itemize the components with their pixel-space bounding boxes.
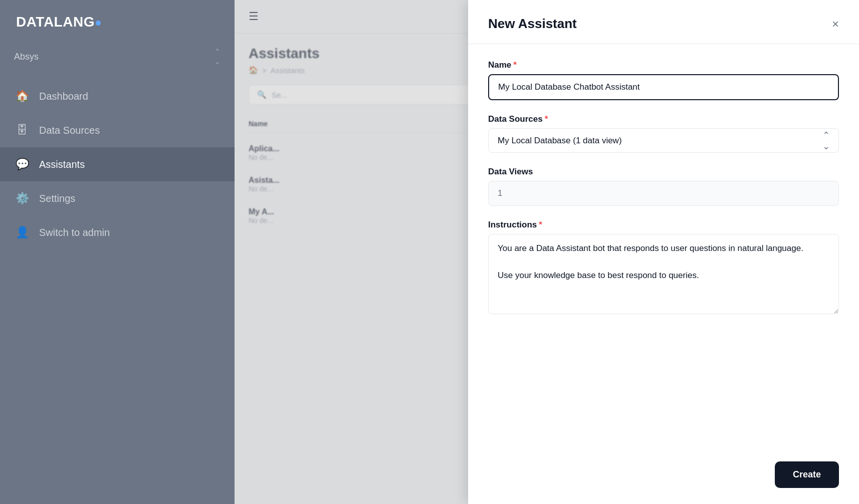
data-sources-required-star: * <box>545 114 548 124</box>
modal-title: New Assistant <box>488 16 577 32</box>
instructions-field-group: Instructions * <box>488 220 839 314</box>
data-views-label: Data Views <box>488 167 839 177</box>
data-sources-label: Data Sources * <box>488 114 839 124</box>
data-views-field-group: Data Views 1 <box>488 167 839 206</box>
sidebar-item-label-switch-admin: Switch to admin <box>39 227 110 238</box>
name-input[interactable] <box>488 74 839 100</box>
data-sources-label-text: Data Sources <box>488 114 543 124</box>
logo-dot <box>96 21 101 26</box>
chat-icon: 💬 <box>14 156 30 172</box>
data-sources-select-wrapper: My Local Database (1 data view) ⌃⌄ <box>488 128 839 153</box>
modal-overlay: New Assistant × Name * Data Sources * <box>235 0 859 504</box>
org-name: Absys <box>14 52 39 62</box>
database-icon: 🗄 <box>14 122 30 138</box>
modal-footer: Create <box>468 451 859 504</box>
name-label-text: Name <box>488 60 511 70</box>
admin-icon: 👤 <box>14 224 30 240</box>
name-label: Name * <box>488 60 839 70</box>
sidebar-item-label-settings: Settings <box>39 193 75 204</box>
modal-close-button[interactable]: × <box>832 18 839 30</box>
name-field-group: Name * <box>488 60 839 100</box>
org-selector[interactable]: Absys ⌃⌄ <box>0 42 235 71</box>
name-required-star: * <box>513 60 517 70</box>
sidebar-item-settings[interactable]: ⚙️ Settings <box>0 181 235 215</box>
data-sources-field-group: Data Sources * My Local Database (1 data… <box>488 114 839 153</box>
sidebar: DATALANG Absys ⌃⌄ 🏠 Dashboard 🗄 Data Sou… <box>0 0 235 504</box>
sidebar-item-data-sources[interactable]: 🗄 Data Sources <box>0 113 235 147</box>
data-sources-select[interactable]: My Local Database (1 data view) <box>488 128 839 153</box>
logo-area: DATALANG <box>0 0 235 42</box>
sidebar-item-dashboard[interactable]: 🏠 Dashboard <box>0 79 235 113</box>
main-area: ☰ Assistants 🏠 > Assistants 🔍 Se... Name… <box>235 0 859 504</box>
instructions-label: Instructions * <box>488 220 839 230</box>
sidebar-item-switch-admin[interactable]: 👤 Switch to admin <box>0 215 235 249</box>
org-chevron-icon: ⌃⌄ <box>214 47 221 66</box>
sidebar-item-label-assistants: Assistants <box>39 159 85 170</box>
sidebar-item-assistants[interactable]: 💬 Assistants <box>0 147 235 181</box>
new-assistant-modal: New Assistant × Name * Data Sources * <box>468 0 859 504</box>
instructions-label-text: Instructions <box>488 220 537 230</box>
data-views-readonly: 1 <box>488 181 839 206</box>
instructions-textarea[interactable] <box>488 234 839 314</box>
sidebar-item-label-data-sources: Data Sources <box>39 125 100 136</box>
gear-icon: ⚙️ <box>14 190 30 206</box>
sidebar-nav: 🏠 Dashboard 🗄 Data Sources 💬 Assistants … <box>0 79 235 504</box>
logo-wordmark: DATALANG <box>16 14 95 30</box>
home-icon: 🏠 <box>14 88 30 104</box>
modal-header: New Assistant × <box>468 0 859 44</box>
data-views-label-text: Data Views <box>488 167 533 177</box>
create-button[interactable]: Create <box>775 461 839 488</box>
modal-body: Name * Data Sources * My Local Database … <box>468 44 859 451</box>
instructions-required-star: * <box>539 220 542 230</box>
logo-text: DATALANG <box>16 14 101 30</box>
sidebar-item-label-dashboard: Dashboard <box>39 91 88 102</box>
